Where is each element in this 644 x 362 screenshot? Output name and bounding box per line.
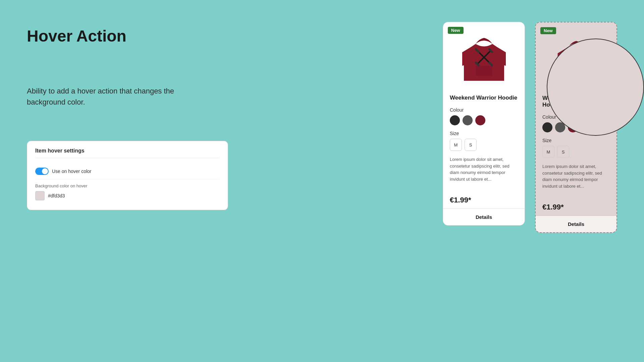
hover-color-toggle[interactable] bbox=[35, 168, 49, 175]
left-section: Hover Action Ability to add a hover acti… bbox=[27, 27, 228, 108]
new-badge-hover: New bbox=[540, 27, 556, 34]
product-description-normal: Lorem ipsum dolor sit amet, consetetur s… bbox=[450, 156, 518, 182]
toggle-row: Use on hover color bbox=[35, 164, 220, 179]
hoodie-image-normal bbox=[461, 27, 507, 84]
swatch-gray-normal[interactable] bbox=[463, 115, 473, 125]
product-description-hover: Lorem ipsum dolor sit amet, consetetur s… bbox=[542, 163, 610, 189]
product-card-normal[interactable]: New Weeke bbox=[443, 22, 525, 226]
swatch-black-normal[interactable] bbox=[450, 115, 460, 125]
color-setting-label: Background color on hover bbox=[35, 183, 220, 188]
size-m-normal[interactable]: M bbox=[450, 139, 462, 151]
swatch-black-hover[interactable] bbox=[542, 122, 552, 132]
card-body-normal: Weekend Warrior Hoodie Colour Size M S L… bbox=[443, 89, 525, 182]
new-badge-normal: New bbox=[448, 27, 464, 34]
size-m-hover[interactable]: M bbox=[542, 146, 554, 158]
cards-area: New Weeke bbox=[443, 22, 617, 233]
swatch-red-normal[interactable] bbox=[475, 115, 485, 125]
color-setting: Background color on hover #dfd3d3 bbox=[35, 179, 220, 200]
page-title: Hover Action bbox=[27, 27, 228, 45]
product-name-normal: Weekend Warrior Hoodie bbox=[450, 95, 518, 101]
color-swatch-preview[interactable] bbox=[35, 191, 45, 200]
size-label-normal: Size bbox=[450, 131, 518, 136]
description: Ability to add a hover action that chang… bbox=[27, 85, 228, 108]
color-input-row: #dfd3d3 bbox=[35, 191, 220, 200]
size-label-hover: Size bbox=[542, 138, 610, 143]
price-normal: €1.99* bbox=[443, 189, 525, 208]
hover-card-wrapper: New Weekend Warrior Hoodie bbox=[535, 22, 617, 233]
toggle-label: Use on hover color bbox=[52, 169, 92, 174]
settings-panel-title: Item hover settings bbox=[35, 148, 220, 158]
size-row-hover: M S bbox=[542, 146, 610, 158]
price-hover: €1.99* bbox=[536, 196, 616, 216]
details-button-normal[interactable]: Details bbox=[443, 208, 525, 225]
svg-rect-0 bbox=[476, 66, 492, 76]
hover-color-circle bbox=[547, 39, 644, 136]
toggle-container: Use on hover color bbox=[35, 168, 92, 175]
card-image-area-normal: New bbox=[443, 22, 525, 89]
colour-label-normal: Colour bbox=[450, 107, 518, 113]
size-s-hover[interactable]: S bbox=[557, 146, 569, 158]
details-button-hover[interactable]: Details bbox=[536, 216, 616, 232]
size-row-normal: M S bbox=[450, 139, 518, 151]
color-swatches-normal bbox=[450, 115, 518, 125]
settings-panel: Item hover settings Use on hover color B… bbox=[27, 141, 228, 210]
color-hex-value: #dfd3d3 bbox=[48, 193, 65, 198]
size-s-normal[interactable]: S bbox=[465, 139, 477, 151]
